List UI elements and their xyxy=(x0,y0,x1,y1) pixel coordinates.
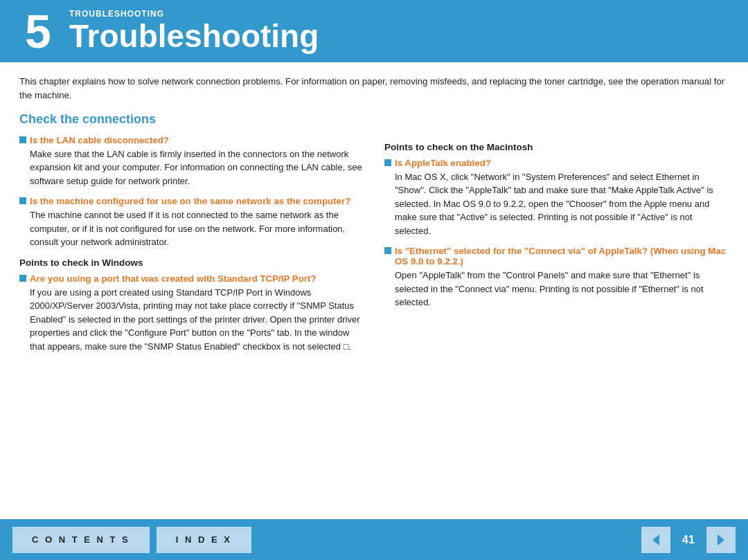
bullet-square-icon xyxy=(19,136,26,143)
bullet-appletalk-heading: Is AppleTalk enabled? xyxy=(384,158,729,168)
subsection-windows-title: Points to check in Windows xyxy=(19,258,364,268)
bullet-appletalk: Is AppleTalk enabled? In Mac OS X, click… xyxy=(384,158,729,238)
page-number: 41 xyxy=(676,534,701,546)
prev-page-button[interactable] xyxy=(641,527,670,553)
main-content: This chapter explains how to solve netwo… xyxy=(0,62,748,519)
page-header: 5 TROUBLESHOOTING Troubleshooting xyxy=(0,0,748,62)
index-button[interactable]: I N D E X xyxy=(157,527,251,553)
bullet-ethernet-body: Open "AppleTalk" from the "Control Panel… xyxy=(395,269,729,309)
bullet-square-icon xyxy=(384,159,391,166)
right-column: Points to check on the Macintosh Is Appl… xyxy=(384,135,729,362)
page-navigation: 41 xyxy=(641,527,736,553)
svg-marker-0 xyxy=(652,534,659,545)
footer: C O N T E N T S I N D E X 41 xyxy=(0,519,748,560)
bullet-tcp-ip: Are you using a port that was created wi… xyxy=(19,273,364,354)
next-page-button[interactable] xyxy=(706,527,736,553)
bullet-ethernet-heading: Is "Ethernet" selected for the "Connect … xyxy=(384,246,729,267)
bullet-square-icon xyxy=(19,197,26,204)
subsection-mac-title: Points to check on the Macintosh xyxy=(384,142,729,152)
bullet-ethernet: Is "Ethernet" selected for the "Connect … xyxy=(384,246,729,309)
header-text: TROUBLESHOOTING Troubleshooting xyxy=(62,9,319,54)
bullet-machine-config: Is the machine configured for use on the… xyxy=(19,196,364,249)
svg-marker-1 xyxy=(718,534,724,545)
bullet-tcp-ip-body: If you are using a port created using St… xyxy=(30,286,364,354)
chapter-number: 5 xyxy=(0,8,62,55)
next-arrow-icon xyxy=(714,533,728,547)
bullet-machine-config-body: The machine cannot be used if it is not … xyxy=(30,208,364,249)
two-column-layout: Is the LAN cable disconnected? Make sure… xyxy=(19,135,729,362)
contents-button[interactable]: C O N T E N T S xyxy=(12,527,150,553)
bullet-lan-cable-heading: Is the LAN cable disconnected? xyxy=(19,135,364,145)
bullet-appletalk-body: In Mac OS X, click "Network" in "System … xyxy=(395,170,729,238)
bullet-lan-cable: Is the LAN cable disconnected? Make sure… xyxy=(19,135,364,188)
section-title: Check the connections xyxy=(19,112,729,127)
bullet-square-icon xyxy=(384,247,391,254)
bullet-lan-cable-body: Make sure that the LAN cable is firmly i… xyxy=(30,147,364,188)
chapter-title: Troubleshooting xyxy=(69,19,319,54)
intro-text: This chapter explains how to solve netwo… xyxy=(19,75,729,102)
section-label: TROUBLESHOOTING xyxy=(69,9,319,19)
prev-arrow-icon xyxy=(649,533,663,547)
bullet-machine-config-heading: Is the machine configured for use on the… xyxy=(19,196,364,206)
left-column: Is the LAN cable disconnected? Make sure… xyxy=(19,135,364,362)
bullet-square-icon xyxy=(19,275,26,282)
bullet-tcp-ip-heading: Are you using a port that was created wi… xyxy=(19,273,364,284)
